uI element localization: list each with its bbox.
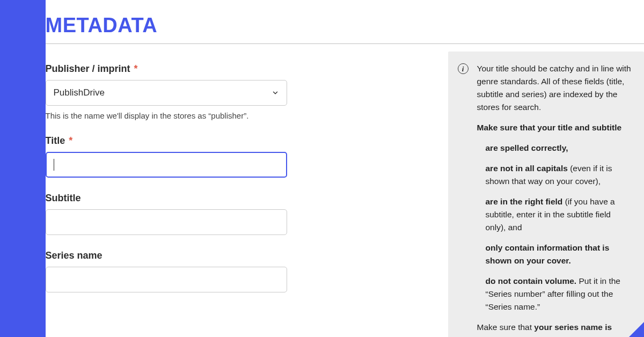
publisher-select[interactable]: PublishDrive bbox=[46, 80, 287, 106]
publisher-label-text: Publisher / imprint bbox=[46, 63, 130, 74]
series-name-field: Series name bbox=[46, 250, 432, 292]
info-paragraph-1: Your title should be catchy and in line … bbox=[477, 62, 633, 114]
title-input-el[interactable] bbox=[54, 159, 279, 170]
info-bullet-list: are spelled correctly, are not in all ca… bbox=[477, 142, 633, 313]
required-marker: * bbox=[134, 63, 138, 74]
title-field: Title * bbox=[46, 135, 432, 178]
required-marker: * bbox=[69, 135, 72, 146]
section-divider bbox=[46, 43, 644, 44]
subtitle-label: Subtitle bbox=[46, 193, 432, 204]
info-bullet-4: only contain information that is shown o… bbox=[486, 241, 633, 267]
page-title: METADATA bbox=[46, 14, 644, 41]
info-bullet-3: are in the right field (if you have a su… bbox=[486, 195, 633, 234]
info-body: Your title should be catchy and in line … bbox=[477, 62, 633, 337]
publisher-label: Publisher / imprint * bbox=[46, 63, 432, 75]
info-bullet-2: are not in all capitals (even if it is s… bbox=[486, 162, 633, 188]
series-name-input-el[interactable] bbox=[54, 274, 279, 285]
metadata-card: METADATA Publisher / imprint * PublishDr… bbox=[46, 0, 644, 337]
subtitle-field: Subtitle bbox=[46, 193, 432, 235]
series-name-input[interactable] bbox=[46, 267, 287, 292]
form-column: Publisher / imprint * PublishDrive This … bbox=[46, 52, 432, 307]
corner-fold-icon bbox=[629, 322, 644, 337]
publisher-helper-text: This is the name we'll display in the st… bbox=[46, 111, 432, 120]
card-inner: METADATA Publisher / imprint * PublishDr… bbox=[46, 14, 644, 337]
series-name-label: Series name bbox=[46, 250, 432, 261]
chevron-down-icon bbox=[272, 89, 279, 97]
title-label-text: Title bbox=[46, 135, 65, 146]
info-icon-wrap: i bbox=[458, 62, 469, 74]
publisher-field: Publisher / imprint * PublishDrive This … bbox=[46, 63, 432, 120]
info-bullet-5: do not contain volume. Put it in the “Se… bbox=[486, 275, 633, 313]
title-input[interactable] bbox=[46, 152, 287, 178]
title-label: Title * bbox=[46, 135, 432, 146]
info-trailing: Make sure that your series name is spell… bbox=[477, 321, 633, 337]
content-row: Publisher / imprint * PublishDrive This … bbox=[46, 52, 644, 337]
info-icon: i bbox=[458, 63, 469, 74]
subtitle-input[interactable] bbox=[46, 209, 287, 235]
publisher-selected-value: PublishDrive bbox=[54, 87, 105, 98]
info-panel: i Your title should be catchy and in lin… bbox=[448, 52, 644, 337]
info-lead: Make sure that your title and subtitle bbox=[477, 123, 622, 132]
info-bullet-1: are spelled correctly, bbox=[486, 142, 633, 155]
subtitle-input-el[interactable] bbox=[54, 217, 279, 228]
